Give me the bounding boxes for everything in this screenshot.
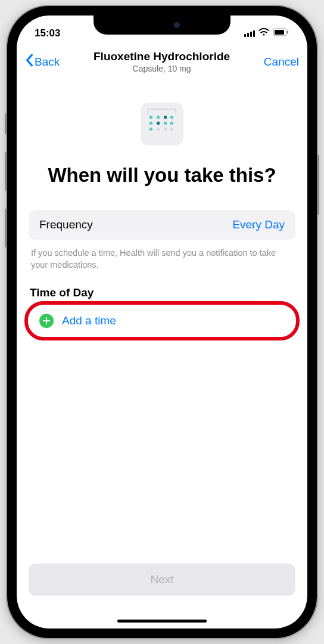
nav-title-sub: Capsule, 10 mg <box>60 64 264 73</box>
cancel-button[interactable]: Cancel <box>264 55 299 69</box>
nav-title: Fluoxetine Hydrochloride Capsule, 10 mg <box>60 50 264 73</box>
back-label: Back <box>35 55 60 69</box>
wifi-icon <box>258 28 269 39</box>
nav-title-main: Fluoxetine Hydrochloride <box>60 50 264 63</box>
plus-icon <box>39 314 54 328</box>
back-button[interactable]: Back <box>25 54 60 70</box>
add-time-label: Add a time <box>62 314 116 327</box>
content: When will you take this? Frequency Every… <box>17 80 307 605</box>
info-text: If you schedule a time, Health will send… <box>29 247 295 271</box>
phone-frame: 15:03 Back <box>7 6 317 638</box>
navigation-bar: Back Fluoxetine Hydrochloride Capsule, 1… <box>17 44 307 80</box>
frequency-row[interactable]: Frequency Every Day <box>29 210 295 240</box>
calendar-icon <box>141 103 183 145</box>
battery-icon <box>273 28 289 39</box>
time-of-day-header: Time of Day <box>29 286 295 299</box>
page-title: When will you take this? <box>29 163 295 187</box>
frequency-label: Frequency <box>39 218 93 231</box>
frequency-value: Every Day <box>232 218 285 231</box>
svg-rect-2 <box>287 31 288 34</box>
notch <box>94 16 230 35</box>
home-indicator[interactable] <box>117 620 207 623</box>
chevron-left-icon <box>25 54 33 70</box>
next-button[interactable]: Next <box>29 564 295 596</box>
add-time-button[interactable]: Add a time <box>29 305 295 336</box>
status-time: 15:03 <box>35 27 60 39</box>
add-time-wrap: Add a time <box>29 305 295 336</box>
screen: 15:03 Back <box>17 16 307 628</box>
cellular-signal-icon <box>244 30 256 37</box>
status-icons <box>244 28 290 39</box>
calendar-icon-wrap <box>29 103 295 145</box>
phone-side-buttons-left <box>5 113 7 265</box>
next-button-wrap: Next <box>29 564 295 596</box>
phone-side-buttons-right <box>317 155 319 215</box>
svg-rect-1 <box>275 30 284 35</box>
